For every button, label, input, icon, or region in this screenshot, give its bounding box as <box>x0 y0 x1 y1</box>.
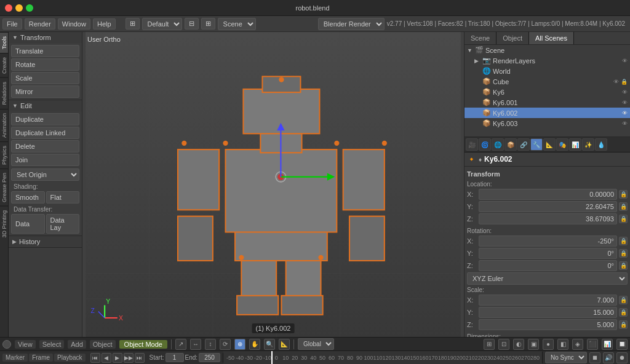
wireframe-icon[interactable]: ▣ <box>528 339 539 350</box>
tl-icon3[interactable]: ⏺ <box>616 352 628 363</box>
delete-button[interactable]: Delete <box>11 140 79 152</box>
menu-window[interactable]: Window <box>58 18 90 30</box>
transform-header[interactable]: ▼ Transform <box>9 32 82 43</box>
overlay-icon[interactable]: 🔲 <box>616 339 628 350</box>
tree-eye-ky6003[interactable]: 👁 <box>622 121 628 127</box>
tab-all-scenes[interactable]: All Scenes <box>529 32 574 44</box>
tl-frame[interactable]: Playback <box>54 354 86 362</box>
minimize-button[interactable] <box>15 4 23 12</box>
menu-file[interactable]: File <box>2 18 22 30</box>
material-icon[interactable]: ◈ <box>572 339 583 350</box>
transform-orientation[interactable]: Global <box>298 338 334 350</box>
tl-icon1[interactable]: ⏹ <box>589 352 600 363</box>
rot-x-lock[interactable]: 🔒 <box>619 237 628 245</box>
tb-icon-8[interactable]: 📐 <box>279 339 290 350</box>
data-lay-button[interactable]: Data Lay <box>46 214 80 234</box>
solid-icon[interactable]: ● <box>543 339 554 350</box>
tl-play[interactable]: ▶ <box>113 353 122 363</box>
scale-button[interactable]: Scale <box>11 72 79 84</box>
loc-z-lock[interactable]: 🔒 <box>619 215 628 223</box>
tl-icon2[interactable]: 🔊 <box>603 352 614 363</box>
tb-icon-5[interactable]: ⊕ <box>234 339 245 350</box>
tb-icon-7[interactable]: 🔍 <box>264 339 275 350</box>
texture-icon[interactable]: ◧ <box>557 339 568 350</box>
scale-y-lock[interactable]: 🔒 <box>619 308 628 317</box>
edit-header[interactable]: ▼ Edit <box>9 100 82 111</box>
tree-ky6002[interactable]: 📦 Ky6.002 👁 <box>465 108 630 118</box>
tab-object[interactable]: Object <box>496 32 529 44</box>
tree-world[interactable]: 🌐 World <box>465 66 630 76</box>
tl-skip-end[interactable]: ⏭ <box>135 353 145 363</box>
tree-cube[interactable]: 📦 Cube 👁 🔒 <box>465 76 630 87</box>
bottom-add[interactable]: Add <box>68 340 86 349</box>
menu-render[interactable]: Render <box>25 18 55 30</box>
side-tab-relations[interactable]: Relations <box>0 77 8 109</box>
loc-y-lock[interactable]: 🔒 <box>619 202 628 211</box>
rot-x-field[interactable] <box>479 235 617 247</box>
tl-start-field[interactable] <box>165 353 184 362</box>
layout-icons[interactable]: ⊞ <box>126 18 140 30</box>
props-icon-texture[interactable]: 📊 <box>569 138 581 151</box>
rendered-icon[interactable]: ⬛ <box>587 339 598 350</box>
duplicate-button[interactable]: Duplicate <box>11 113 79 125</box>
side-tab-tools[interactable]: Tools <box>0 32 8 53</box>
rot-z-lock[interactable]: 🔒 <box>619 261 628 270</box>
tree-eye-ky6001[interactable]: 👁 <box>622 100 628 106</box>
tb-icon-3[interactable]: ↕ <box>205 339 216 350</box>
tl-marker[interactable]: Frame <box>29 354 53 362</box>
layer-icon[interactable]: ⊞ <box>484 339 495 350</box>
tl-prev-frame[interactable]: ◀ <box>102 353 111 363</box>
rotate-button[interactable]: Rotate <box>11 58 79 71</box>
side-tab-grease-pen[interactable]: Grease Pen <box>0 168 8 206</box>
tree-eye-cube[interactable]: 👁 <box>613 79 619 85</box>
rot-y-field[interactable] <box>479 248 617 259</box>
grid-icon[interactable]: ⊡ <box>498 339 509 350</box>
screen-controls[interactable]: ⊟ <box>185 18 199 30</box>
props-icon-physics[interactable]: 💧 <box>595 138 607 151</box>
props-icon-modifier[interactable]: 🔧 <box>530 138 543 151</box>
props-icon-obj[interactable]: 📦 <box>504 138 517 151</box>
tree-ky6003[interactable]: 📦 Ky6.003 👁 <box>465 118 630 129</box>
side-tab-physics[interactable]: Physics <box>0 141 8 168</box>
loc-x-field[interactable] <box>479 189 617 200</box>
loc-y-field[interactable] <box>479 201 617 212</box>
join-button[interactable]: Join <box>11 154 79 166</box>
tl-skip-start[interactable]: ⏮ <box>90 353 100 363</box>
props-icon-data[interactable]: 📐 <box>543 138 556 151</box>
tree-eye-ky6[interactable]: 👁 <box>622 89 628 95</box>
tl-sync-select[interactable]: No Sync <box>545 352 587 363</box>
tree-eye-ky6002[interactable]: 👁 <box>622 110 628 116</box>
timeline-ruler[interactable]: -50 -40 -30 -20 -10 0 10 20 30 40 50 60 … <box>223 351 542 365</box>
smooth-button[interactable]: Smooth <box>11 191 45 204</box>
rot-y-lock[interactable]: 🔒 <box>619 249 628 258</box>
loc-z-field[interactable] <box>479 213 617 224</box>
tb-icon-4[interactable]: ⟳ <box>220 339 231 350</box>
tree-lock-cube[interactable]: 🔒 <box>621 79 628 85</box>
object-mode-selector[interactable]: Object Mode <box>119 340 167 349</box>
tb-icon-2[interactable]: ↔ <box>190 339 201 350</box>
bottom-view[interactable]: View <box>15 340 36 349</box>
scene-select[interactable]: Scene <box>218 18 256 30</box>
rotation-mode-select[interactable]: XYZ Euler <box>467 272 628 285</box>
tree-ky6[interactable]: 📦 Ky6 👁 <box>465 87 630 97</box>
props-icon-constraint[interactable]: 🔗 <box>517 138 530 151</box>
loc-x-lock[interactable]: 🔒 <box>619 190 628 199</box>
viewport-canvas[interactable]: X Y Z <box>82 32 464 337</box>
props-icon-particles[interactable]: ✨ <box>582 138 594 151</box>
window-controls[interactable] <box>0 4 38 12</box>
props-icon-render[interactable]: 🎥 <box>466 138 478 151</box>
side-tab-animation[interactable]: Animation <box>0 109 8 141</box>
tl-view[interactable]: Marker <box>2 354 28 362</box>
rot-z-field[interactable] <box>479 260 617 271</box>
tl-next-frame[interactable]: ▶▶ <box>124 353 134 363</box>
flat-button[interactable]: Flat <box>46 191 80 204</box>
screen-controls2[interactable]: ⊞ <box>201 18 215 30</box>
render-engine-select[interactable]: Blender Render <box>318 18 385 30</box>
set-origin-select[interactable]: Set Origin <box>11 168 79 181</box>
tree-eye-rl[interactable]: 👁 <box>622 58 628 64</box>
scale-z-field[interactable] <box>479 319 617 330</box>
tree-scene[interactable]: ▼ 🎬 Scene <box>465 45 630 55</box>
scale-z-lock[interactable]: 🔒 <box>619 320 628 329</box>
tb-icon-6[interactable]: ✋ <box>249 339 260 350</box>
data-button[interactable]: Data <box>11 214 45 234</box>
